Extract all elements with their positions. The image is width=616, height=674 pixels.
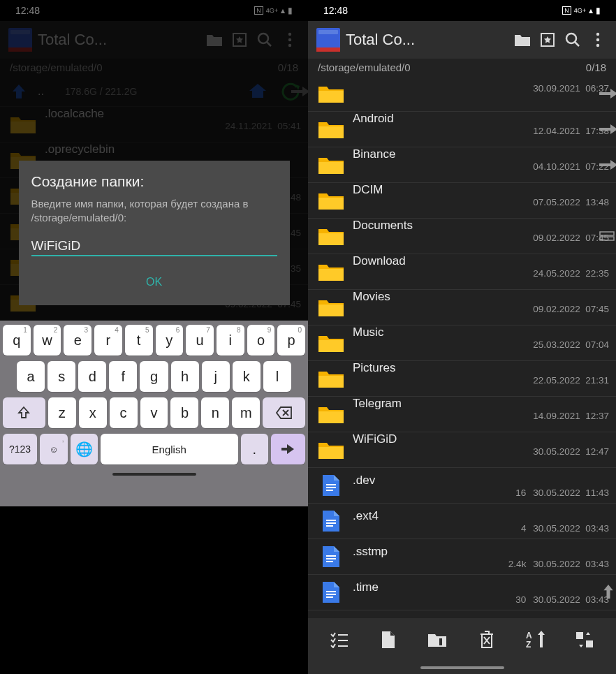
svg-rect-17 [326, 520, 336, 521]
key-l[interactable]: l [263, 361, 291, 392]
period-key[interactable]: . [241, 434, 268, 464]
key-a[interactable]: a [17, 361, 45, 392]
key-x[interactable]: x [79, 397, 107, 428]
shift-key[interactable] [3, 397, 45, 428]
key-q[interactable]: q1 [3, 325, 31, 356]
file-row[interactable]: .dev16 30.05.2022 11:43 [308, 468, 616, 504]
archive-icon[interactable] [427, 629, 448, 650]
lang-key[interactable]: 🌐 [71, 434, 98, 464]
key-g[interactable]: g [140, 361, 168, 392]
ok-button[interactable]: OK [31, 272, 277, 293]
search-icon[interactable] [563, 30, 582, 50]
file-row[interactable]: .ext44 30.05.2022 03:43 [308, 504, 616, 539]
battery-icon: ▮ [596, 6, 601, 15]
file-name: Pictures [353, 361, 609, 375]
folder-icon [315, 152, 347, 177]
key-e[interactable]: e3 [64, 325, 91, 356]
folder-name-input[interactable] [31, 238, 277, 254]
key-k[interactable]: k [233, 361, 261, 392]
svg-rect-21 [326, 558, 336, 559]
selection-counter: 0/18 [586, 61, 606, 73]
file-row[interactable]: 30.09.2021 06:37 [308, 76, 616, 112]
key-u[interactable]: u7 [186, 325, 214, 356]
app-logo-icon [316, 28, 340, 52]
folder-icon [315, 259, 347, 284]
folder-icon [315, 224, 347, 249]
backspace-key[interactable] [263, 397, 305, 428]
svg-rect-26 [439, 638, 442, 645]
file-meta: 07.05.2022 13:48 [353, 197, 609, 218]
svg-rect-16 [326, 490, 333, 491]
net-icon: 4G+ [574, 7, 586, 14]
menu-icon[interactable] [588, 30, 608, 50]
folder-tab-icon[interactable] [513, 30, 532, 50]
select-icon[interactable] [329, 629, 350, 650]
svg-point-10 [596, 38, 599, 41]
key-h[interactable]: h [171, 361, 199, 392]
file-row[interactable]: Documents 09.02.2022 07:45 [308, 219, 616, 254]
key-w[interactable]: w2 [34, 325, 61, 356]
file-name: DCIM [353, 183, 609, 197]
file-row[interactable]: Telegram 14.09.2021 12:37 [308, 397, 616, 432]
file-name: .sstmp [353, 545, 609, 559]
space-key[interactable]: English [101, 434, 238, 464]
svg-rect-23 [326, 591, 336, 592]
dialog-text: Введите имя папки, которая будет создана… [31, 197, 277, 226]
folder-icon [315, 188, 347, 213]
file-name: Movies [353, 290, 609, 304]
path-bar: /storage/emulated/0 0/18 [308, 59, 616, 76]
key-v[interactable]: v [140, 397, 168, 428]
swap-icon[interactable] [574, 629, 595, 650]
key-m[interactable]: m [232, 397, 260, 428]
status-bar: 12:48 N 4G+ ▴ ▮ [308, 0, 616, 21]
file-row[interactable]: Music 25.03.2022 07:04 [308, 325, 616, 361]
svg-text:A: A [526, 631, 532, 640]
key-j[interactable]: j [202, 361, 230, 392]
file-name: Documents [353, 219, 609, 233]
file-meta: 22.05.2022 21:31 [353, 375, 609, 396]
emoji-key[interactable]: ☺, [40, 434, 67, 464]
file-icon [315, 580, 347, 605]
key-p[interactable]: p0 [277, 325, 305, 356]
bookmark-icon[interactable] [538, 30, 557, 50]
key-r[interactable]: r4 [94, 325, 122, 356]
delete-icon[interactable] [476, 629, 497, 650]
key-f[interactable]: f [109, 361, 137, 392]
file-meta: 16 30.05.2022 11:43 [353, 488, 609, 498]
file-name: Android [353, 112, 609, 126]
sort-icon[interactable]: AZ [525, 629, 546, 650]
folder-icon [315, 437, 347, 462]
file-row[interactable]: Pictures 22.05.2022 21:31 [308, 361, 616, 397]
file-row[interactable]: Movies 09.02.2022 07:45 [308, 290, 616, 325]
file-row[interactable]: .sstmp2.4k 30.05.2022 03:43 [308, 539, 616, 575]
svg-point-9 [596, 33, 599, 36]
svg-rect-15 [326, 487, 336, 488]
file-list-right[interactable]: 30.09.2021 06:37Android 12.04.2021 17:38… [308, 76, 616, 618]
key-s[interactable]: s [47, 361, 75, 392]
key-n[interactable]: n [201, 397, 229, 428]
nav-pill[interactable] [420, 666, 504, 669]
key-t[interactable]: t5 [125, 325, 153, 356]
key-d[interactable]: d [78, 361, 106, 392]
file-row[interactable]: Download 24.05.2022 22:35 [308, 254, 616, 290]
new-file-icon[interactable] [378, 629, 399, 650]
key-b[interactable]: b [170, 397, 198, 428]
svg-line-8 [575, 42, 579, 46]
file-row[interactable]: Android 12.04.2021 17:38 [308, 112, 616, 147]
enter-key[interactable] [271, 434, 305, 464]
key-i[interactable]: i8 [217, 325, 244, 356]
file-meta: 4 30.05.2022 03:43 [353, 523, 609, 534]
symbols-key[interactable]: ?123 [3, 434, 37, 464]
file-row[interactable]: Binance 04.10.2021 07:22 [308, 147, 616, 183]
key-y[interactable]: y6 [156, 325, 184, 356]
file-row[interactable]: DCIM 07.05.2022 13:48 [308, 183, 616, 219]
key-c[interactable]: c [110, 397, 138, 428]
file-row[interactable]: .time30 30.05.2022 03:43 [308, 575, 616, 610]
key-o[interactable]: o9 [247, 325, 275, 356]
file-row[interactable]: WiFiGiD 30.05.2022 12:47 [308, 432, 616, 468]
nfc-icon: N [562, 6, 571, 15]
file-meta: 09.02.2022 07:45 [353, 233, 609, 254]
dialog-title: Создание папки: [31, 173, 277, 190]
app-title: Total Co... [346, 31, 507, 49]
key-z[interactable]: z [48, 397, 76, 428]
